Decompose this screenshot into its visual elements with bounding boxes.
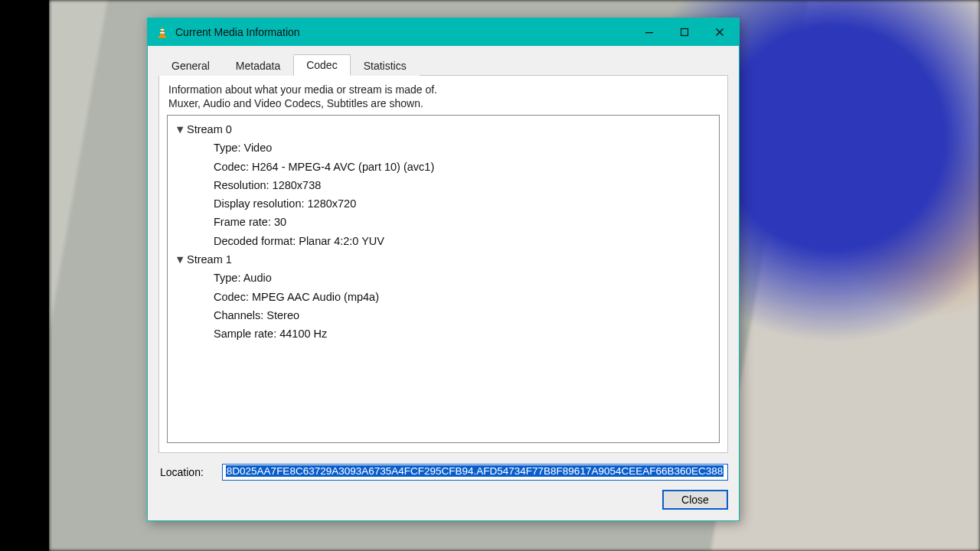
codec-property: Channels: Stereo [214,308,299,323]
stream-header[interactable]: ▼ Stream 1 [172,250,714,269]
codec-property-row[interactable]: Resolution: 1280x738 [172,176,714,194]
location-input[interactable]: 8D025AA7FE8C63729A3093A6735A4FCF295CFB94… [222,464,728,481]
location-value: 8D025AA7FE8C63729A3093A6735A4FCF295CFB94… [226,465,724,477]
codec-property-row[interactable]: Display resolution: 980x551 [172,194,714,213]
codec-property-row[interactable]: Type: Audio [172,269,714,287]
svg-rect-4 [645,32,653,33]
stream-header-label: Stream 1 [187,252,232,267]
codec-property: Decoded format: Planar 4:2:0 YUV [214,233,384,249]
svg-marker-0 [160,26,165,36]
titlebar[interactable]: Current Media Information [148,18,739,46]
location-row: Location: 8D025AA7FE8C63729A3093A6735A4F… [158,464,728,481]
dialog-footer: Location: 8D025AA7FE8C63729A3093A6735A4F… [158,464,728,510]
codec-property: Type: Audio [214,270,272,285]
window-title: Current Media Information [175,26,300,38]
maximize-button[interactable] [667,18,702,46]
codec-property-row[interactable]: Sample rate: 44100 Hz [172,324,714,343]
media-info-dialog: Current Media Information General Metada… [147,18,740,521]
codec-property-row[interactable]: Codec: MPEG AAC Audio (mp4a) [172,288,714,306]
stream-header-label: Stream 0 [187,122,232,137]
codec-property: Type: Video [214,140,272,155]
tabstrip: General Metadata Codec Statistics [158,54,728,75]
codec-property: Codec: H264 - MPEG-4 AVC (part 10) (avc1… [214,159,434,174]
tab-statistics[interactable]: Statistics [351,55,420,76]
svg-rect-1 [161,29,165,31]
chevron-down-icon: ▼ [175,122,185,137]
vlc-cone-icon [155,25,169,39]
svg-rect-2 [160,32,165,34]
codec-property-row[interactable]: Channels: Stereo [172,306,714,324]
codec-description-line1: Information about what your media or str… [168,83,437,96]
close-window-button[interactable] [702,18,737,46]
svg-rect-5 [681,29,688,36]
tab-general[interactable]: General [158,55,223,76]
chevron-down-icon: ▼ [175,252,185,267]
codec-property: Resolution: 1280x738 [214,178,321,193]
minimize-button[interactable] [632,18,667,46]
left-black-bar [0,0,49,551]
codec-description: Information about what your media or str… [167,83,720,110]
codec-tree[interactable]: ▼ Stream 0 Type: Video Codec: H264 - MPE… [167,115,720,443]
codec-property: Codec: MPEG AAC Audio (mp4a) [214,289,379,305]
svg-rect-3 [158,36,166,37]
tab-codec[interactable]: Codec [293,54,350,76]
close-button[interactable]: Close [662,490,728,510]
location-label: Location: [158,466,204,478]
codec-property-row[interactable]: Decoded format: Planar 4:2:0 YUV [172,232,714,250]
codec-property: Display resolution: 980x551 [214,196,356,211]
codec-tab-panel: Information about what your media or str… [158,75,728,453]
codec-description-line2: Muxer, Audio and Video Codecs, Subtitles… [168,97,720,111]
dialog-client-area: General Metadata Codec Statistics Inform… [148,46,739,520]
stream-header[interactable]: ▼ Stream 0 [172,120,714,139]
codec-property-row[interactable]: Frame rate: 30 [172,213,714,231]
codec-property-row[interactable]: Type: Video [172,139,714,157]
tab-metadata[interactable]: Metadata [223,55,293,76]
codec-property-row[interactable]: Codec: H264 - MPEG-4 AVC (part 10) (avc1… [172,158,714,176]
codec-property: Frame rate: 30 [214,214,286,230]
codec-property: Sample rate: 44100 Hz [214,326,327,341]
